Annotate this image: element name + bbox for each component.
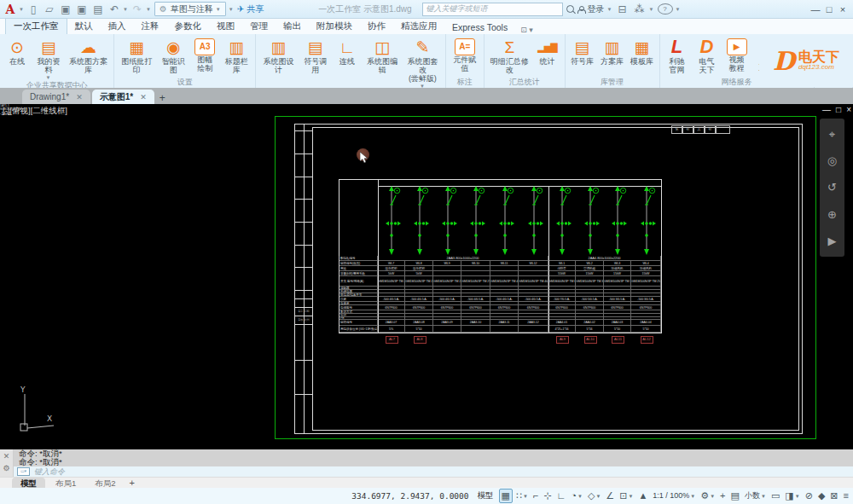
tab-参数化[interactable]: 参数化 — [167, 19, 210, 34]
doc-minimize-button[interactable]: — — [822, 105, 831, 114]
plot-button[interactable]: ▤ — [91, 3, 105, 16]
batch-print-button[interactable]: ▦图纸批打印 — [117, 37, 156, 75]
tab-附加模块[interactable]: 附加模块 — [309, 19, 360, 34]
graphics-performance-button[interactable]: ◆ — [816, 490, 827, 502]
close-button[interactable]: × — [836, 3, 850, 16]
navbar-tool-icon-4[interactable]: ▶ — [828, 235, 837, 246]
close-tab-icon[interactable]: ✕ — [76, 93, 83, 101]
close-command-icon[interactable]: ✕ — [3, 452, 10, 461]
connect-line-button[interactable]: ∟连线 — [333, 37, 362, 67]
my-profile-button[interactable]: ▤我的资料▼ — [32, 37, 65, 80]
ui-lock-button[interactable]: ◨▼ — [783, 490, 801, 502]
feeder-circuit-symbol[interactable] — [385, 186, 402, 256]
feeder-circuit-symbol[interactable] — [640, 186, 657, 256]
component-assign-button[interactable]: A=元件赋值 — [449, 37, 481, 73]
share-button[interactable]: ✈ 共享 — [237, 3, 264, 15]
doc-tab[interactable]: 示意图1*✕ — [92, 90, 154, 104]
workspace-gear-button[interactable]: ⚙▼ — [699, 490, 717, 502]
symbol-library-button[interactable]: ▤符号库 — [568, 37, 597, 67]
customization-button[interactable]: ≡ — [842, 490, 850, 502]
customize-command-icon[interactable]: ⚙ — [3, 464, 9, 472]
ribbon-collapse-icon[interactable]: ⊡ ▾ — [520, 26, 533, 34]
smart-recognize-button[interactable]: ◉智能识图 — [157, 37, 189, 75]
feeder-circuit-symbol[interactable] — [583, 186, 601, 256]
tab-精选应用[interactable]: 精选应用 — [393, 19, 444, 34]
redo-button[interactable]: ↷ — [131, 3, 144, 16]
units-button[interactable]: 小数▼ — [743, 490, 768, 502]
annotation-visibility-button[interactable]: ▲ — [636, 490, 649, 502]
feeder-circuit-symbol[interactable] — [611, 186, 628, 256]
units-list-button[interactable]: ▤ — [729, 490, 741, 502]
osnap-tracking-button[interactable]: ∠ — [604, 490, 616, 502]
search-input[interactable]: 键入关键字或短语 — [422, 3, 563, 16]
system-diagram-design-button[interactable]: ▥系统图设计 — [258, 37, 298, 75]
feeder-circuit-symbol[interactable] — [527, 186, 544, 256]
new-layout-button[interactable]: + — [130, 478, 135, 488]
tab-一次工作室[interactable]: 一次工作室 — [5, 18, 67, 34]
new-tab-button[interactable]: + — [160, 92, 165, 104]
redo-chevron-icon[interactable]: ▼ — [146, 7, 151, 12]
clean-screen-button[interactable]: ⊠ — [828, 490, 839, 502]
qat-overflow-icon[interactable]: ▼ — [229, 7, 234, 12]
quick-properties-button[interactable]: ▭ — [769, 490, 781, 502]
tab-视图[interactable]: 视图 — [209, 19, 242, 34]
close-tab-icon[interactable]: ✕ — [140, 93, 147, 101]
template-library-button[interactable]: ▦模板库 — [628, 37, 657, 67]
app-menu-button[interactable]: A — [3, 3, 17, 16]
feeder-circuit-symbol[interactable] — [413, 186, 430, 256]
symbol-call-button[interactable]: ▤符号调用 — [299, 37, 332, 75]
dynamic-input-button[interactable]: ⊹ — [542, 490, 553, 502]
restore-button[interactable]: □ — [822, 3, 836, 16]
layout-tab-布局1[interactable]: 布局1 — [47, 478, 84, 489]
feeder-circuit-symbol[interactable] — [555, 186, 572, 256]
feeder-circuit-symbol[interactable] — [498, 186, 515, 256]
statistics-button[interactable]: ▂▅▇统计 — [533, 37, 562, 67]
grid-display-button[interactable]: ▦ — [499, 489, 513, 503]
minimize-button[interactable]: — — [809, 3, 822, 16]
app-store-icon[interactable]: ⊟ — [616, 3, 630, 16]
lichi-site-button[interactable]: L利驰 官网 — [663, 37, 692, 75]
search-icon[interactable] — [566, 5, 574, 13]
scheme-library-button[interactable]: ▥方案库 — [598, 37, 627, 67]
login-chevron-icon[interactable]: ▼ — [607, 7, 612, 12]
navbar-tool-icon-1[interactable]: ◎ — [827, 155, 837, 166]
drawing-canvas[interactable]: [-][俯视][二维线框] —□× ⌖◎↺⊕▶ 审定 日期审核 比例第张共张1A… — [0, 104, 853, 449]
online-button[interactable]: ⊙在线 — [3, 37, 32, 67]
system-diagram-edit-button[interactable]: ◫系统图编辑 — [363, 37, 402, 75]
new-button[interactable]: ▯ — [26, 3, 40, 16]
tab-注释[interactable]: 注释 — [134, 19, 167, 34]
login-button[interactable]: 登录 — [588, 3, 605, 15]
tab-管理[interactable]: 管理 — [242, 19, 276, 34]
object-snap-button[interactable]: ⊡▼ — [618, 490, 635, 502]
navbar-tool-icon-3[interactable]: ⊕ — [827, 209, 837, 220]
feeder-circuit-symbol[interactable] — [441, 186, 458, 256]
tab-插入[interactable]: 插入 — [101, 19, 134, 34]
detail-summary-edit-button[interactable]: Σ明细汇总修改 — [487, 37, 532, 75]
annotation-scale-button[interactable]: 1:1 / 100%▼ — [651, 490, 697, 502]
connect-icon[interactable]: ⁂ — [633, 3, 647, 16]
app-menu-chevron-icon[interactable]: ▼ — [19, 7, 24, 12]
layout-tab-模型[interactable]: 模型 — [12, 478, 45, 489]
workspace-selector[interactable]: ⚙ 草图与注释 ▼ — [154, 2, 226, 16]
system-diagram-convert-button[interactable]: ✎系统图套改 (尝鲜版)▼ — [403, 37, 442, 89]
tab-协作[interactable]: 协作 — [360, 19, 393, 34]
polar-tracking-button[interactable]: ◔▼ — [569, 490, 584, 502]
dqt-site-button[interactable]: D电气 天下 — [693, 37, 722, 75]
viewport-controls[interactable]: [-][俯视][二维线框] — [3, 106, 67, 117]
undo-chevron-icon[interactable]: ▼ — [123, 7, 128, 12]
sheet-draw-button[interactable]: A3图幅 绘制 — [190, 37, 219, 73]
layout-tab-布局2[interactable]: 布局2 — [86, 478, 124, 489]
tab-默认[interactable]: 默认 — [67, 19, 101, 34]
video-tutorial-button[interactable]: ▶视频 教程 — [722, 37, 751, 73]
doc-restore-button[interactable]: □ — [836, 105, 841, 114]
help-chevron-icon[interactable]: ▼ — [676, 7, 681, 12]
connect-chevron-icon[interactable]: ▼ — [649, 7, 654, 12]
annotation-monitor-button[interactable]: + — [718, 490, 727, 502]
titleblock-library-button[interactable]: ▥标题栏库 — [220, 37, 252, 75]
snap-mode-button[interactable]: ∷▼ — [514, 490, 530, 502]
navbar-tool-icon-2[interactable]: ↺ — [827, 182, 837, 193]
navigation-bar[interactable]: ⌖◎↺⊕▶ — [820, 119, 844, 257]
tab-Express Tools[interactable]: Express Tools — [444, 20, 515, 34]
navbar-tool-icon-0[interactable]: ⌖ — [829, 129, 835, 140]
isolate-objects-button[interactable]: ⊘ — [804, 490, 815, 502]
